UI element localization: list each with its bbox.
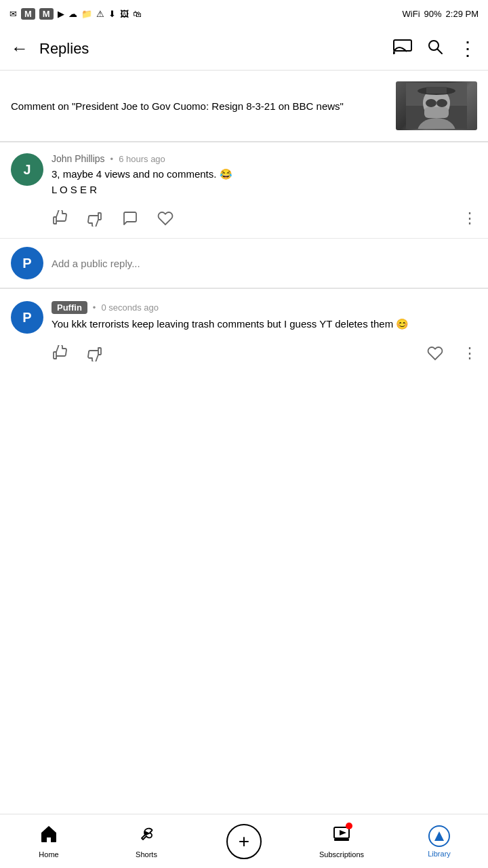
svg-rect-14 — [424, 107, 449, 118]
library-icon — [428, 825, 450, 847]
top-bar: ← Replies ⋮ — [0, 27, 488, 71]
avatar: J — [11, 153, 43, 186]
svg-rect-17 — [334, 839, 349, 841]
app-icon-m2: M — [39, 8, 54, 20]
subscriptions-notification-dot — [346, 823, 352, 829]
nav-library[interactable]: Library — [390, 825, 488, 858]
comment-text-2: You kkk terrorists keep leaving trash co… — [52, 317, 477, 332]
nav-subscriptions-label: Subscriptions — [319, 850, 364, 859]
folder-icon: 📁 — [81, 9, 92, 19]
author-badge: Puffin — [52, 301, 87, 314]
warning-icon: ⚠ — [96, 9, 104, 19]
notification-icon: ✉ — [9, 9, 17, 19]
video-thumbnail — [396, 81, 477, 130]
time-text: 2:29 PM — [446, 9, 479, 19]
comment-content: John Phillips • 6 hours ago 3, maybe 4 v… — [52, 153, 477, 238]
wifi-icon: WiFi — [403, 9, 420, 19]
comment-meta-2: Puffin • 0 seconds ago — [52, 301, 477, 314]
app-icon-m: M — [21, 8, 35, 20]
svg-marker-18 — [340, 830, 346, 835]
youtube-icon: ▶ — [58, 9, 64, 19]
thumbs-up-icon[interactable] — [52, 210, 68, 226]
avatar-2: P — [11, 301, 43, 334]
more-options-icon[interactable]: ⋮ — [458, 37, 477, 60]
svg-marker-15 — [144, 831, 150, 836]
svg-point-11 — [426, 99, 436, 107]
comment-content-2: Puffin • 0 seconds ago You kkk terrorist… — [52, 301, 477, 373]
reply-icon[interactable] — [122, 210, 138, 226]
reply-input[interactable] — [52, 258, 477, 269]
comment-meta: John Phillips • 6 hours ago — [52, 153, 477, 164]
add-icon[interactable]: + — [226, 824, 262, 859]
nav-library-label: Library — [428, 850, 451, 858]
heart-icon[interactable] — [157, 210, 174, 226]
page-title: Replies — [39, 40, 382, 58]
reply-input-row: P — [0, 238, 488, 288]
comment-time-2: 0 seconds ago — [101, 302, 159, 313]
nav-shorts[interactable]: Shorts — [98, 824, 195, 859]
top-bar-actions: ⋮ — [393, 37, 477, 60]
image-icon: 🖼 — [120, 9, 129, 19]
video-comment-header: Comment on "President Joe to Gov Cuomo: … — [0, 71, 488, 142]
comment-more-icon-2[interactable]: ⋮ — [462, 344, 477, 362]
svg-rect-10 — [426, 87, 447, 94]
svg-rect-13 — [436, 102, 437, 104]
status-bar: ✉ M M ▶ ☁ 📁 ⚠ ⬇ 🖼 🛍 WiFi 90% 2:29 PM — [0, 0, 488, 27]
shorts-icon — [137, 824, 156, 848]
comment-text: 3, maybe 4 views and no comments. 😂L O S… — [52, 167, 477, 197]
home-icon — [39, 824, 58, 848]
comment-item-2: P Puffin • 0 seconds ago You kkk terrori… — [0, 289, 488, 373]
video-comment-text: Comment on "President Joe to Gov Cuomo: … — [11, 99, 388, 113]
nav-home-label: Home — [39, 850, 58, 859]
comment-actions: ⋮ — [52, 204, 477, 238]
nav-add[interactable]: + — [195, 824, 293, 859]
back-button[interactable]: ← — [11, 38, 28, 59]
thumbs-down-icon-2[interactable] — [87, 345, 103, 361]
cloud-icon: ☁ — [68, 9, 77, 19]
status-left: ✉ M M ▶ ☁ 📁 ⚠ ⬇ 🖼 🛍 — [9, 8, 142, 20]
battery-text: 90% — [424, 9, 442, 19]
comment-more-icon[interactable]: ⋮ — [462, 210, 477, 227]
svg-point-12 — [436, 99, 447, 107]
thumbs-up-icon-2[interactable] — [52, 345, 68, 361]
comment-item: J John Phillips • 6 hours ago 3, maybe 4… — [0, 142, 488, 238]
comment-time: 6 hours ago — [119, 154, 165, 164]
heart-icon-2[interactable] — [427, 345, 443, 361]
nav-subscriptions[interactable]: Subscriptions — [293, 824, 390, 859]
comment-author: John Phillips — [52, 153, 105, 164]
search-icon[interactable] — [427, 39, 443, 59]
nav-shorts-label: Shorts — [136, 850, 157, 859]
bottom-nav: Home Shorts + Subscriptions — [0, 814, 488, 868]
cast-icon[interactable] — [393, 39, 412, 58]
svg-line-3 — [438, 49, 443, 54]
comment-actions-2: ⋮ — [52, 339, 477, 373]
nav-home[interactable]: Home — [0, 824, 98, 859]
thumbs-down-icon[interactable] — [87, 210, 103, 226]
status-right: WiFi 90% 2:29 PM — [403, 9, 479, 19]
svg-point-1 — [393, 52, 395, 54]
download-icon: ⬇ — [108, 9, 116, 19]
reply-avatar: P — [11, 247, 43, 279]
bag-icon: 🛍 — [133, 9, 142, 19]
subscriptions-icon — [332, 824, 351, 848]
